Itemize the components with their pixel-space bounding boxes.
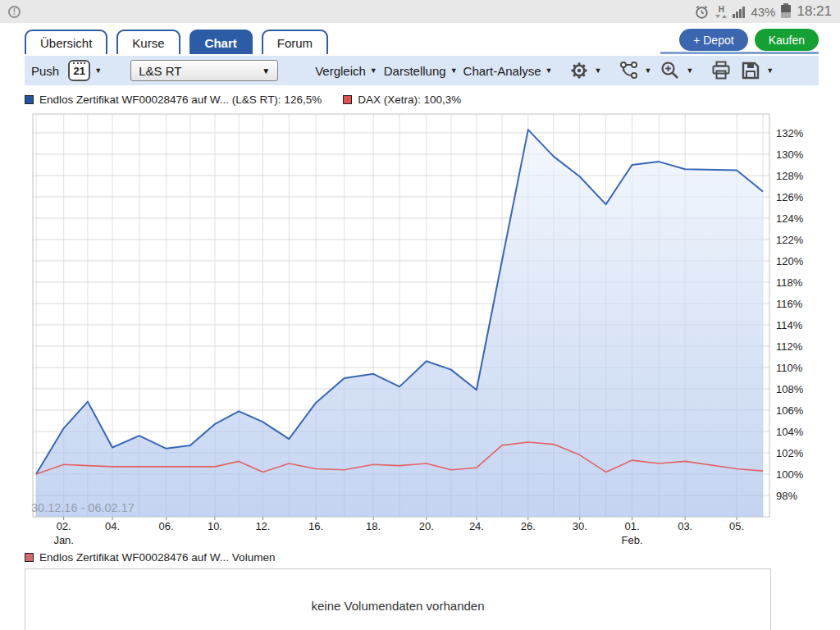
tab-chart[interactable]: Chart xyxy=(189,30,253,54)
price-chart[interactable]: 98%100%102%104%106%108%110%112%114%116%1… xyxy=(25,112,819,547)
tab-bar: Übersicht Kurse Chart Forum + Depot Kauf… xyxy=(25,28,819,54)
battery-icon xyxy=(781,5,791,18)
chart-toolbar: Push 21 ▼ L&S RT ▼ Vergleich▼ Darstellun… xyxy=(25,56,819,85)
chart-legend: Endlos Zertifikat WF00028476 auf W... (L… xyxy=(25,92,819,107)
volume-panel: keine Volumendaten vorhanden xyxy=(25,568,771,630)
chevron-down-icon: ▼ xyxy=(94,66,102,75)
chevron-down-icon: ▼ xyxy=(766,66,774,75)
x-axis-label: 20. xyxy=(419,520,434,532)
y-axis-label: 100% xyxy=(776,468,804,481)
series-swatch xyxy=(25,553,34,562)
y-axis-label: 118% xyxy=(776,276,803,289)
settings-button[interactable]: ▼ xyxy=(568,59,602,82)
y-axis-label: 112% xyxy=(776,340,803,353)
volume-empty-message: keine Volumendaten vorhanden xyxy=(312,599,485,613)
save-icon xyxy=(739,59,762,82)
chevron-down-icon: ▼ xyxy=(546,66,553,75)
menu-vergleich[interactable]: Vergleich▼ xyxy=(315,64,377,78)
y-axis-label: 102% xyxy=(776,447,804,459)
y-axis-label: 110% xyxy=(776,362,803,374)
x-axis-label: 01. xyxy=(624,520,639,532)
alarm-clock-icon xyxy=(694,4,710,20)
timeframe-picker[interactable]: 21 ▼ xyxy=(68,60,102,81)
chevron-down-icon: ▼ xyxy=(450,66,458,75)
menu-darstellung[interactable]: Darstellung▼ xyxy=(384,64,458,78)
network-type-indicator: H xyxy=(715,6,727,18)
actions-underline xyxy=(660,52,819,54)
y-axis-label: 132% xyxy=(776,127,804,139)
gear-icon xyxy=(568,59,591,82)
y-axis-label: 116% xyxy=(776,298,803,310)
share-nodes-icon xyxy=(617,59,640,82)
buy-button[interactable]: Kaufen xyxy=(755,29,819,51)
y-axis-label: 130% xyxy=(776,148,804,161)
clock: 18:21 xyxy=(797,3,832,20)
action-buttons: + Depot Kaufen xyxy=(679,29,819,51)
signal-strength-icon xyxy=(733,6,745,18)
x-axis-label: 10. xyxy=(208,520,222,532)
y-axis-label: 128% xyxy=(776,170,804,182)
print-button[interactable] xyxy=(710,59,733,82)
y-axis-label: 108% xyxy=(776,383,804,395)
battery-percent: 43% xyxy=(751,5,775,19)
zoom-button[interactable]: ▼ xyxy=(659,59,693,82)
chevron-down-icon: ▼ xyxy=(644,66,651,75)
legend-item-dax: DAX (Xetra): 100,3% xyxy=(343,94,461,106)
x-axis-label: 16. xyxy=(308,520,323,532)
date-range-watermark: 30.12.16 - 06.02.17 xyxy=(31,501,135,514)
y-axis-label: 114% xyxy=(776,319,803,331)
printer-icon xyxy=(710,59,733,82)
x-axis-label: 30. xyxy=(573,520,587,532)
data-activity-arrows xyxy=(715,15,727,18)
x-axis-label: 18. xyxy=(366,520,381,532)
zoom-in-icon xyxy=(659,59,682,82)
tab-kurse[interactable]: Kurse xyxy=(116,30,180,54)
x-axis-label: 04. xyxy=(105,520,120,532)
y-axis-label: 106% xyxy=(776,404,804,417)
y-axis-label: 120% xyxy=(776,255,804,267)
volume-legend: Endlos Zertifikat WF00028476 auf W... Vo… xyxy=(25,550,819,564)
x-axis-month-label: Feb. xyxy=(622,534,643,546)
instrument-select[interactable]: L&S RT ▼ xyxy=(130,60,278,81)
y-axis-label: 122% xyxy=(776,234,804,246)
menu-chart-analyse[interactable]: Chart-Analyse▼ xyxy=(463,64,553,78)
tab-uebersicht[interactable]: Übersicht xyxy=(25,30,107,54)
x-axis-label: 12. xyxy=(255,520,270,532)
x-axis-month-label: Jan. xyxy=(53,534,74,546)
chevron-down-icon: ▼ xyxy=(686,66,693,75)
x-axis-label: 26. xyxy=(521,520,536,532)
x-axis-label: 03. xyxy=(678,520,692,532)
calendar-icon: 21 xyxy=(68,60,90,81)
series-swatch xyxy=(343,95,352,104)
x-axis-label: 06. xyxy=(159,520,174,532)
y-axis-label: 126% xyxy=(776,191,804,203)
y-axis-label: 124% xyxy=(776,212,804,225)
select-caret-icon: ▼ xyxy=(262,66,270,75)
x-axis-label: 02. xyxy=(57,520,71,532)
push-toggle[interactable]: Push xyxy=(31,64,59,78)
chevron-down-icon: ▼ xyxy=(370,66,377,75)
legend-item-certificate: Endlos Zertifikat WF00028476 auf W... (L… xyxy=(25,94,322,106)
add-depot-button[interactable]: + Depot xyxy=(679,29,747,51)
y-axis-label: 104% xyxy=(776,426,804,438)
indicators-button[interactable]: ▼ xyxy=(617,59,651,82)
tab-forum[interactable]: Forum xyxy=(262,30,328,54)
y-axis-label: 98% xyxy=(776,490,797,502)
save-button[interactable]: ▼ xyxy=(739,59,774,82)
x-axis-label: 05. xyxy=(729,520,744,532)
chevron-down-icon: ▼ xyxy=(595,66,602,75)
notification-icon xyxy=(8,6,21,18)
price-chart-svg[interactable]: 98%100%102%104%106%108%110%112%114%116%1… xyxy=(25,112,812,547)
status-bar: H 43% 18:21 xyxy=(0,0,840,23)
x-axis-label: 24. xyxy=(469,520,484,532)
series-swatch xyxy=(25,95,34,104)
